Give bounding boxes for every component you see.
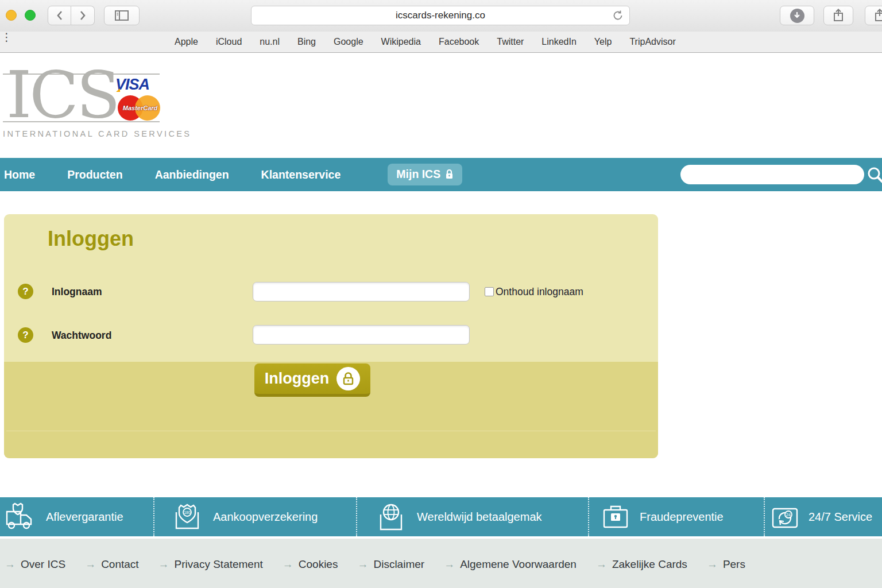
shield-180-icon: 180: [172, 502, 203, 532]
footer-link-disclaimer[interactable]: → Disclaimer: [357, 558, 424, 571]
bookmark-google[interactable]: Google: [334, 37, 363, 47]
feature-label: Aankoopverzekering: [213, 510, 318, 524]
footer-links: → Over ICS → Contact → Privacy Statement…: [0, 539, 882, 571]
bookmarks-overflow-icon[interactable]: ⋮: [1, 34, 12, 40]
logo-subtext: INTERNATIONAL CARD SERVICES: [3, 129, 161, 138]
address-bar[interactable]: icscards-rekening.co: [251, 6, 630, 25]
feature-aflevergarantie[interactable]: Aflevergarantie: [0, 497, 153, 536]
nav-item-klantenservice[interactable]: Klantenservice: [261, 168, 341, 181]
footer-link-privacy-statement[interactable]: → Privacy Statement: [158, 558, 263, 571]
share-button[interactable]: [823, 6, 853, 25]
arrow-right-icon: →: [158, 558, 169, 571]
tab-overview-icon: [874, 9, 882, 22]
help-icon-inlognaam[interactable]: ?: [18, 284, 33, 299]
ics-wordmark: ICS: [6, 57, 118, 132]
bookmark-twitter[interactable]: Twitter: [497, 37, 524, 47]
remember-label[interactable]: Onthoud inlognaam: [496, 286, 583, 298]
arrow-right-icon: →: [5, 558, 16, 571]
bookmark-linkedin[interactable]: LinkedIn: [541, 37, 577, 47]
bookmark-bing[interactable]: Bing: [297, 37, 316, 47]
safari-window: icscards-rekening.co: [0, 0, 882, 588]
feature-label: Wereldwijd betaalgemak: [417, 510, 542, 524]
password-input[interactable]: [253, 325, 470, 345]
feature-label: Aflevergarantie: [46, 510, 123, 524]
share-icon: [833, 9, 844, 22]
url-text: icscards-rekening.co: [396, 10, 485, 21]
mastercard-logo: MasterCard: [118, 95, 163, 122]
footer-link-algemene-voorwaarden[interactable]: → Algemene Voorwaarden: [444, 558, 577, 571]
back-button[interactable]: [48, 6, 71, 25]
bookmark-apple[interactable]: Apple: [175, 37, 198, 47]
feature-label: 24/7 Service: [808, 510, 872, 524]
bookmark-yelp[interactable]: Yelp: [594, 37, 612, 47]
window-controls: [6, 10, 36, 21]
nav-item-mijn-ics[interactable]: Mijn ICS: [388, 164, 462, 185]
arrow-right-icon: →: [357, 558, 368, 571]
service-24-7-icon: 24: [769, 502, 800, 532]
delivery-truck-shield-icon: [5, 501, 38, 532]
minimize-button[interactable]: [6, 10, 17, 21]
arrow-right-icon: →: [596, 558, 607, 571]
nav-items: Home Producten Aanbiedingen Klantenservi…: [0, 164, 462, 185]
page-footer: → Over ICS → Contact → Privacy Statement…: [0, 539, 882, 588]
nav-item-home[interactable]: Home: [4, 168, 35, 181]
remember-checkbox[interactable]: [485, 287, 494, 296]
chevron-left-icon: [56, 10, 63, 21]
arrow-right-icon: →: [85, 558, 96, 571]
nav-item-aanbiedingen[interactable]: Aanbiedingen: [155, 168, 229, 181]
login-title: Inloggen: [48, 227, 134, 251]
username-label: Inlognaam: [52, 286, 102, 298]
panel-divider: [6, 431, 656, 431]
briefcase-lock-icon: [601, 502, 630, 532]
ics-logo[interactable]: ICS VISA MasterCard INTERNATIONAL CARD S…: [3, 68, 160, 141]
lock-badge-icon: [336, 367, 360, 390]
sidebar-icon: [115, 10, 129, 21]
sidebar-toggle-button[interactable]: [104, 6, 140, 25]
arrow-right-icon: →: [707, 558, 718, 571]
password-label: Wachtwoord: [52, 330, 111, 342]
bookmarks-row: Apple iCloud nu.nl Bing Google Wikipedia…: [0, 37, 676, 47]
tabs-button[interactable]: [865, 6, 882, 25]
refresh-icon[interactable]: [612, 10, 624, 21]
bookmark-nunl[interactable]: nu.nl: [260, 37, 280, 47]
features-strip: Aflevergarantie 180 Aankoopverzekering: [0, 497, 882, 536]
visa-logo: VISA: [115, 76, 149, 94]
nav-item-producten[interactable]: Producten: [67, 168, 122, 181]
username-input[interactable]: [253, 282, 470, 301]
footer-link-zakelijke-cards[interactable]: → Zakelijke Cards: [596, 558, 687, 571]
zoom-button[interactable]: [25, 10, 36, 21]
login-submit-button[interactable]: Inloggen: [254, 363, 370, 397]
svg-text:180: 180: [184, 510, 191, 514]
footer-link-contact[interactable]: → Contact: [85, 558, 138, 571]
feature-fraudepreventie[interactable]: Fraudepreventie: [588, 497, 764, 536]
browser-toolbar: icscards-rekening.co: [0, 0, 882, 32]
chevron-right-icon: [79, 10, 86, 21]
feature-aankoopverzekering[interactable]: 180 Aankoopverzekering: [153, 497, 356, 536]
bookmark-facebook[interactable]: Facebook: [439, 37, 479, 47]
footer-link-over-ics[interactable]: → Over ICS: [5, 558, 65, 571]
arrow-right-icon: →: [283, 558, 293, 571]
footer-link-cookies[interactable]: → Cookies: [283, 558, 338, 571]
bookmark-tripadvisor[interactable]: TripAdvisor: [629, 37, 675, 47]
feature-24-7-service[interactable]: 24 24/7 Service: [764, 497, 882, 536]
main-navbar: Home Producten Aanbiedingen Klantenservi…: [0, 158, 882, 191]
feature-wereldwijd-betaalgemak[interactable]: Wereldwijd betaalgemak: [356, 497, 588, 536]
arrow-right-icon: →: [444, 558, 455, 571]
visa-notch: [116, 88, 120, 92]
downloads-button[interactable]: [780, 6, 814, 25]
site-search-input[interactable]: [680, 165, 864, 184]
bookmark-wikipedia[interactable]: Wikipedia: [381, 37, 421, 47]
mastercard-label: MasterCard: [118, 105, 162, 111]
help-icon-wachtwoord[interactable]: ?: [18, 327, 33, 343]
login-button-label: Inloggen: [265, 370, 329, 388]
lock-icon: [445, 169, 454, 180]
svg-text:24: 24: [786, 512, 791, 517]
search-icon[interactable]: [867, 167, 882, 184]
footer-link-pers[interactable]: → Pers: [707, 558, 745, 571]
download-icon: [790, 9, 804, 23]
mijn-ics-label: Mijn ICS: [396, 168, 440, 181]
forward-button[interactable]: [71, 6, 95, 25]
globe-box-icon: [376, 502, 407, 532]
bookmark-icloud[interactable]: iCloud: [216, 37, 242, 47]
bookmarks-bar: ⋮ Apple iCloud nu.nl Bing Google Wikiped…: [0, 32, 882, 53]
